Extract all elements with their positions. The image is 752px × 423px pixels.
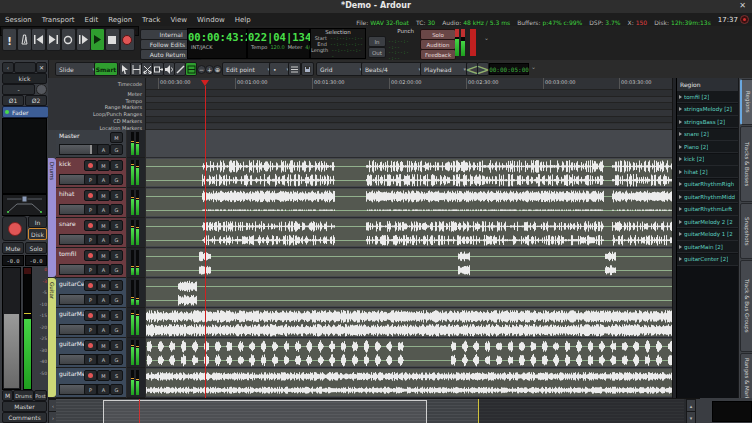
disclosure-icon[interactable]: [679, 220, 682, 224]
disclosure-icon[interactable]: [679, 245, 682, 249]
zoom-fit-button[interactable]: ⊕: [213, 65, 222, 74]
track-p-button[interactable]: P: [84, 384, 97, 395]
region-list-item[interactable]: guitarMelody 1 [2: [677, 229, 739, 241]
summary-pane[interactable]: ‹ › ▴ ▾: [48, 398, 700, 423]
mute-button[interactable]: M: [97, 340, 110, 351]
mute-button[interactable]: M: [97, 220, 110, 231]
track-a-button[interactable]: A: [97, 264, 110, 275]
regions-header[interactable]: Region: [677, 78, 739, 91]
ruler-lane-tempo[interactable]: Tempo: [126, 98, 142, 104]
stop-button[interactable]: [105, 28, 120, 51]
ruler-lane-loop-punch-ranges[interactable]: Loop/Punch Ranges: [93, 111, 142, 117]
disclosure-icon[interactable]: [679, 107, 682, 111]
track-a-button[interactable]: A: [97, 204, 110, 215]
phase-2-button[interactable]: Ø2: [25, 95, 47, 106]
track-g-button[interactable]: G: [110, 324, 123, 335]
track-g-button[interactable]: G: [110, 144, 123, 155]
zoom-focus-dropdown[interactable]: Edit point▾: [222, 62, 274, 76]
trim-knob[interactable]: [36, 84, 47, 95]
track-header-guitarmain[interactable]: guitarMainMSPAG: [56, 308, 126, 338]
ruler-lane[interactable]: [146, 90, 672, 97]
track-header-guitarmelody-2[interactable]: guitarMelody 2MSPAG: [56, 368, 126, 398]
disclosure-icon[interactable]: [679, 120, 682, 124]
summary-view-rectangle[interactable]: [103, 400, 427, 423]
track-header-master[interactable]: MasterMAG: [56, 130, 126, 158]
menu-session[interactable]: Session: [0, 16, 37, 24]
grid-mode-dropdown[interactable]: Grid▾: [316, 62, 366, 76]
record-arm-button[interactable]: [84, 250, 97, 261]
meter-point-button[interactable]: M: [2, 390, 13, 401]
disclosure-icon[interactable]: [679, 182, 682, 186]
record-arm-button[interactable]: [84, 160, 97, 171]
edit-point-dropdown[interactable]: Playhead▾: [420, 62, 470, 76]
region-list-item[interactable]: guitarCenter [2]: [677, 254, 739, 266]
track-g-button[interactable]: G: [110, 294, 123, 305]
play-selection-button[interactable]: [76, 28, 91, 51]
track-a-button[interactable]: A: [97, 234, 110, 245]
track-p-button[interactable]: P: [84, 174, 97, 185]
record-arm-button[interactable]: [2, 216, 27, 241]
region-list-item[interactable]: guitarRhythmMidd: [677, 191, 739, 203]
region-list-item[interactable]: stringsBass [2]: [677, 116, 739, 128]
disclosure-icon[interactable]: [679, 207, 682, 211]
track-a-button[interactable]: A: [97, 354, 110, 365]
track-g-button[interactable]: G: [110, 384, 123, 395]
goto-end-button[interactable]: [46, 28, 61, 51]
ruler-lane[interactable]: [146, 103, 672, 110]
solo-button[interactable]: S: [110, 340, 123, 351]
processor-fader-entry[interactable]: Fader: [2, 106, 49, 118]
mute-button[interactable]: M: [97, 310, 110, 321]
meter-pos-button[interactable]: Post: [34, 390, 47, 401]
menu-transport[interactable]: Transport: [37, 16, 80, 24]
ruler-lane[interactable]: [146, 110, 672, 117]
strip-track-name[interactable]: kick: [2, 73, 47, 84]
solo-button[interactable]: S: [110, 250, 123, 261]
nudge-clock[interactable]: 00:00:05:00: [489, 63, 529, 75]
gain-display[interactable]: -0.0: [2, 255, 24, 266]
chevron-down-icon[interactable]: ⌄: [484, 34, 489, 41]
ruler-lane-cd-markers[interactable]: CD Markers: [113, 118, 142, 124]
timeline-ruler[interactable]: 00:00:30:0000:01:00:0000:01:30:0000:02:0…: [146, 78, 672, 130]
track-header-kick[interactable]: kickMSPAG: [56, 158, 126, 188]
gain-fader[interactable]: [2, 267, 21, 390]
track-name[interactable]: kick: [59, 160, 71, 167]
track-name[interactable]: Master: [59, 132, 80, 139]
processor-box[interactable]: [2, 118, 47, 194]
region-list-item[interactable]: stringsMelody [2]: [677, 104, 739, 116]
monitor-input-button[interactable]: In: [28, 216, 47, 228]
track-p-button[interactable]: P: [84, 354, 97, 365]
comments-button[interactable]: Comments: [2, 412, 47, 423]
record-arm-button[interactable]: [84, 310, 97, 321]
region-list-item[interactable]: snare [2]: [677, 129, 739, 141]
record-arm-button[interactable]: [84, 190, 97, 201]
side-tab-regions[interactable]: Regions: [740, 79, 752, 125]
ruler-lane-timecode[interactable]: Timecode: [118, 81, 142, 87]
side-tab-track-bus-groups[interactable]: Track & Bus Groups: [740, 260, 752, 352]
track-header-guitarmelody-1[interactable]: guitarMelody 1MSPAG: [56, 338, 126, 368]
region-list-item[interactable]: guitarMelody 2 [2: [677, 216, 739, 228]
mute-button[interactable]: Mute: [2, 242, 24, 254]
sync-source-label[interactable]: INT/JACK: [191, 44, 212, 50]
track-a-button[interactable]: A: [97, 324, 110, 335]
chevron-left-icon[interactable]: ‹: [2, 62, 14, 73]
record-arm-button[interactable]: [84, 280, 97, 291]
solo-button[interactable]: S: [110, 310, 123, 321]
ruler-lane[interactable]: [146, 117, 672, 124]
strip-menu-button[interactable]: [14, 62, 36, 73]
track-a-button[interactable]: A: [97, 294, 110, 305]
mute-button[interactable]: M: [97, 370, 110, 381]
mute-button[interactable]: M: [97, 280, 110, 291]
smart-mode-button[interactable]: Smart: [94, 62, 118, 76]
record-button[interactable]: [120, 28, 135, 51]
track-gain-fader[interactable]: [59, 144, 99, 155]
punch-in-button[interactable]: In: [368, 36, 386, 47]
region-list-item[interactable]: tomfil [2]: [677, 91, 739, 103]
disclosure-icon[interactable]: [679, 145, 682, 149]
region-list-item[interactable]: guitarRhythmRigh: [677, 179, 739, 191]
record-arm-button[interactable]: [84, 340, 97, 351]
edit-mode-dropdown[interactable]: Slide▾: [55, 62, 99, 76]
nudge-forward-button[interactable]: >: [477, 62, 489, 76]
tempo-value[interactable]: 120.0: [270, 44, 284, 50]
track-a-button[interactable]: A: [97, 174, 110, 185]
mute-button[interactable]: M: [97, 190, 110, 201]
